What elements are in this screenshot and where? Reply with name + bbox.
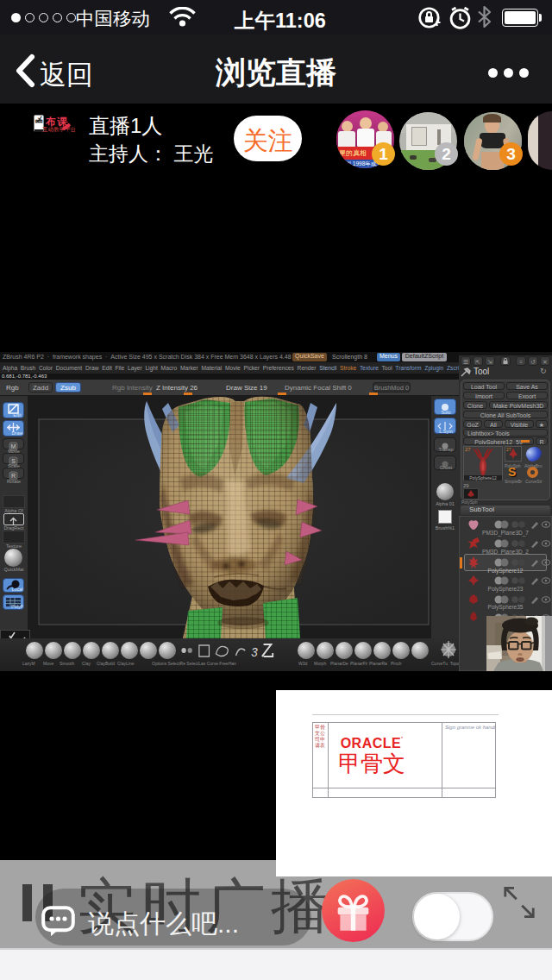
svg-text:3: 3 xyxy=(251,644,258,659)
svg-text:R: R xyxy=(11,473,16,479)
